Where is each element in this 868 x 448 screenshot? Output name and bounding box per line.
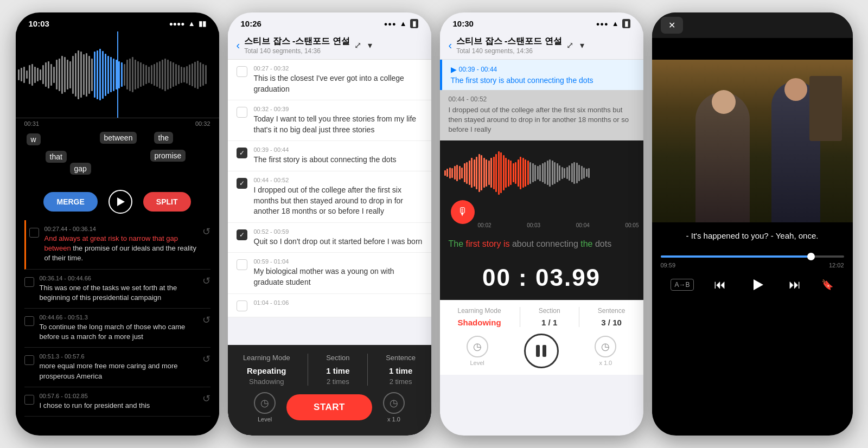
check-2-3[interactable]: ✓: [237, 148, 247, 158]
controls-row: MERGE SPLIT: [16, 183, 219, 220]
seg-reset-2[interactable]: ↺: [202, 275, 210, 287]
p3-section-value[interactable]: 1 / 1: [539, 318, 560, 327]
expand-icon-2[interactable]: ⤢: [354, 40, 361, 50]
bookmark-button-4[interactable]: 🔖: [821, 279, 833, 291]
header-title-row: ‹ 스티브 잡스 -스탠포드 연설 Total 140 segments, 14…: [237, 36, 423, 55]
seg-content-4: 00:51.3 - 00:57.6 more equal more free m…: [40, 353, 197, 381]
expand-icon-3[interactable]: ⤢: [566, 40, 573, 50]
close-button-4[interactable]: ✕: [661, 17, 683, 34]
menu-icon-2[interactable]: ▾: [368, 40, 372, 50]
segment-item-2[interactable]: 00:36.14 - 00:44.66 This was one of the …: [24, 270, 210, 309]
seg-time-3: 00:44.66 - 00:51.3: [40, 314, 197, 321]
check-2-2[interactable]: [237, 107, 247, 118]
ab-repeat-button-4[interactable]: A→B: [671, 279, 693, 291]
waveform-area[interactable]: [16, 31, 219, 118]
active-seg-text-3: The first story is about connecting the …: [451, 76, 635, 85]
video-area-4: [652, 60, 853, 222]
segment-item-1[interactable]: 00:27.44 - 00:36.14 And always at great …: [24, 220, 210, 270]
start-button-2[interactable]: START: [286, 394, 372, 420]
phone-2: 10:26 ●●● ▲ ▮ ‹ 스티브 잡스 -스탠포드 연설 Total 14…: [228, 12, 431, 436]
speed-icon-3[interactable]: ◷ x 1.0: [595, 336, 616, 366]
kw-dots: dots: [595, 239, 611, 248]
section-value[interactable]: 1 time: [326, 366, 349, 375]
kw-is: is: [503, 239, 510, 248]
status-bar-1: 10:03 ●●●● ▲ ▮▮: [16, 12, 219, 31]
mode-label: Learning Mode: [243, 354, 290, 362]
seg-item-2-2[interactable]: 00:32 - 00:39 Today I want to tell you t…: [228, 100, 431, 141]
time-labels: 00:31 00:32: [16, 118, 219, 129]
phone4-header: ✕: [652, 12, 853, 38]
seg-checkbox-4[interactable]: [24, 355, 34, 365]
mode-value[interactable]: Repeating: [243, 366, 290, 375]
segment-item-5[interactable]: 00:57.6 - 01:02.85 I chose to run for pr…: [24, 387, 210, 417]
p3-mode-value[interactable]: Shadowing: [458, 318, 501, 327]
seg-item-2-3[interactable]: ✓ 00:39 - 00:44 The first story is about…: [228, 141, 431, 171]
seg-reset-4[interactable]: ↺: [202, 353, 210, 365]
big-timer-3: 00 : 03.99: [440, 255, 643, 300]
level-icon-3[interactable]: ◷ Level: [467, 336, 488, 366]
subtitle-bar-4: - It's happened to you? - Yeah, once.: [652, 222, 853, 249]
rewind-button-4[interactable]: ⏮: [714, 278, 726, 292]
back-button-3[interactable]: ‹: [449, 39, 452, 52]
check-2-4[interactable]: ✓: [237, 178, 247, 189]
seg-content-2-2: 00:32 - 00:39 Today I want to tell you t…: [254, 106, 423, 135]
seg-item-2-6[interactable]: 00:59 - 01:04 My biological mother was a…: [228, 253, 431, 293]
seg-checkbox-1[interactable]: [29, 228, 39, 238]
seg-time-2-1: 00:27 - 00:32: [254, 65, 423, 72]
play-icon: [117, 197, 125, 206]
time-start: 00:31: [24, 120, 40, 127]
seg-checkbox-2[interactable]: [24, 277, 34, 287]
seg-item-2-1[interactable]: 00:27 - 00:32 This is the closest I've e…: [228, 60, 431, 100]
mic-button-3[interactable]: 🎙: [451, 200, 475, 224]
progress-bar-container-4[interactable]: [661, 255, 844, 258]
seg-item-2-7[interactable]: 01:04 - 01:06: [228, 294, 431, 317]
level-label-2: Level: [258, 416, 272, 423]
pause-button-3[interactable]: [524, 334, 559, 368]
p3-divider-1: [520, 307, 520, 327]
seg-item-2-4[interactable]: ✓ 00:44 - 00:52 I dropped out of the col…: [228, 171, 431, 223]
check-2-6[interactable]: [237, 259, 247, 270]
play-button-4[interactable]: [746, 274, 768, 296]
seg-item-2-5[interactable]: ✓ 00:52 - 00:59 Quit so I don't drop out…: [228, 223, 431, 253]
check-2-7[interactable]: [237, 300, 247, 311]
seg-text-1: And always at great risk to narrow that …: [44, 234, 197, 264]
head-left-4: [712, 90, 736, 114]
time-row-4: 09:59 12:02: [661, 262, 844, 268]
sentence-label: Sentence: [386, 354, 416, 362]
seg-checkbox-3[interactable]: [24, 316, 34, 326]
battery-3: ▮: [622, 19, 630, 28]
segment-item-4[interactable]: 00:51.3 - 00:57.6 more equal more free m…: [24, 348, 210, 387]
seg-time-5: 00:57.6 - 01:02.85: [40, 393, 197, 399]
p3-sentence-value[interactable]: 3 / 10: [598, 318, 626, 327]
section-sub: 2 times: [326, 377, 349, 386]
sentence-value[interactable]: 1 time: [386, 366, 416, 375]
seg-content-2-3: 00:39 - 00:44 The first story is about c…: [254, 146, 423, 165]
learning-cols-2: Learning Mode Repeating Shadowing Sectio…: [237, 354, 423, 386]
time-current-4: 09:59: [661, 262, 676, 268]
phone-1: 10:03 ●●●● ▲ ▮▮ 00:31 00:32 w between th…: [16, 12, 219, 436]
level-circle-2: ◷: [254, 392, 276, 414]
progress-thumb-4[interactable]: [807, 253, 815, 260]
check-2-1[interactable]: [237, 66, 247, 77]
seg-checkbox-5[interactable]: [24, 395, 34, 405]
learning-col-section: Section 1 time 2 times: [326, 354, 349, 386]
progress-track-4: [661, 255, 844, 258]
level-icon-2[interactable]: ◷ Level: [254, 392, 276, 423]
speed-icon-2[interactable]: ◷ x 1.0: [383, 392, 405, 423]
seg-reset-1[interactable]: ↺: [202, 226, 210, 238]
split-button[interactable]: SPLIT: [143, 192, 191, 212]
back-button-2[interactable]: ‹: [237, 39, 240, 52]
seg-reset-5[interactable]: ↺: [202, 393, 210, 405]
p3-divider-2: [579, 307, 579, 327]
top-spacer-4: [652, 38, 853, 60]
video-controls-4: 09:59 12:02 A→B ⏮ ⏭ 🔖: [652, 249, 853, 302]
segment-item-3[interactable]: 00:44.66 - 00:51.3 To continue the long …: [24, 309, 210, 348]
merge-button[interactable]: MERGE: [43, 192, 97, 212]
check-2-5[interactable]: ✓: [237, 229, 247, 240]
forward-button-4[interactable]: ⏭: [789, 278, 801, 292]
active-segment-3[interactable]: ▶ 00:39 - 00:44 The first story is about…: [440, 60, 643, 90]
seg-reset-3[interactable]: ↺: [202, 314, 210, 326]
battery-2: ▮: [410, 19, 418, 28]
play-button[interactable]: [108, 190, 132, 214]
menu-icon-3[interactable]: ▾: [580, 40, 584, 50]
